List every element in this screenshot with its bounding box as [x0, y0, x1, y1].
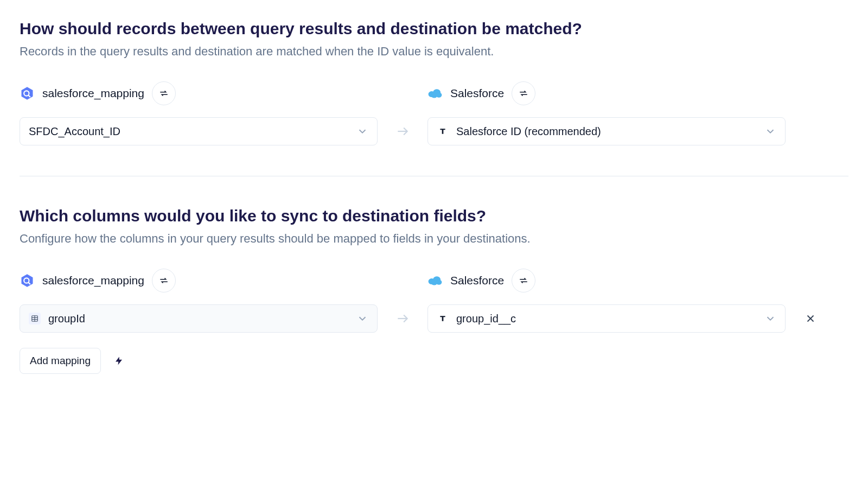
- match-title: How should records between query results…: [20, 20, 848, 38]
- arrow-right-icon: [393, 304, 412, 333]
- salesforce-icon: [427, 86, 443, 101]
- chevron-down-icon: [356, 125, 368, 137]
- svg-point-7: [431, 93, 437, 98]
- svg-point-19: [431, 280, 437, 285]
- match-source-label: salesforce_mapping: [42, 87, 144, 100]
- sync-footer: Add mapping: [20, 348, 848, 374]
- remove-mapping-button[interactable]: [801, 304, 820, 333]
- svg-marker-0: [22, 87, 33, 99]
- match-dest-col: Salesforce Salesforce ID (recommended): [427, 81, 786, 145]
- arrow-right-icon: [393, 117, 412, 145]
- match-source-select[interactable]: SFDC_Account_ID: [20, 117, 378, 145]
- match-dest-label: Salesforce: [450, 87, 504, 100]
- match-source-col: salesforce_mapping SFDC_Account_ID: [20, 81, 378, 145]
- swap-button[interactable]: [512, 81, 535, 105]
- sync-source-value: groupId: [48, 313, 349, 325]
- match-dest-select[interactable]: Salesforce ID (recommended): [427, 117, 786, 145]
- match-source-value: SFDC_Account_ID: [29, 125, 349, 138]
- sync-section: Which columns would you like to sync to …: [20, 207, 848, 374]
- swap-button[interactable]: [152, 81, 176, 105]
- match-section: How should records between query results…: [20, 20, 848, 145]
- text-type-icon: [437, 125, 449, 137]
- table-column-icon: [29, 313, 41, 325]
- sync-dest-col: Salesforce group_id__c: [427, 269, 786, 333]
- add-mapping-button[interactable]: Add mapping: [20, 348, 101, 374]
- text-type-icon: [437, 313, 449, 325]
- sync-source-label: salesforce_mapping: [42, 274, 144, 287]
- match-mapping-row: salesforce_mapping SFDC_Account_ID: [20, 81, 848, 145]
- sync-title: Which columns would you like to sync to …: [20, 207, 848, 225]
- sync-dest-label: Salesforce: [450, 274, 504, 287]
- swap-button[interactable]: [512, 269, 535, 292]
- sync-source-select[interactable]: groupId: [20, 304, 378, 333]
- sync-dest-header: Salesforce: [427, 269, 786, 292]
- sync-mapping-row: salesforce_mapping groupId: [20, 269, 848, 333]
- bolt-icon[interactable]: [114, 354, 124, 367]
- bigquery-icon: [20, 273, 35, 288]
- sync-source-header: salesforce_mapping: [20, 269, 378, 292]
- match-subtitle: Records in the query results and destina…: [20, 44, 848, 59]
- svg-marker-8: [22, 274, 33, 287]
- sync-subtitle: Configure how the columns in your query …: [20, 232, 848, 246]
- sync-dest-value: group_id__c: [456, 313, 757, 325]
- section-divider: [20, 176, 848, 176]
- chevron-down-icon: [764, 125, 776, 137]
- swap-button[interactable]: [152, 269, 176, 292]
- match-dest-value: Salesforce ID (recommended): [456, 125, 757, 138]
- match-dest-header: Salesforce: [427, 81, 786, 105]
- chevron-down-icon: [356, 313, 368, 325]
- match-source-header: salesforce_mapping: [20, 81, 378, 105]
- sync-source-col: salesforce_mapping groupId: [20, 269, 378, 333]
- bigquery-icon: [20, 86, 35, 101]
- salesforce-icon: [427, 273, 443, 288]
- chevron-down-icon: [764, 313, 776, 325]
- sync-dest-select[interactable]: group_id__c: [427, 304, 786, 333]
